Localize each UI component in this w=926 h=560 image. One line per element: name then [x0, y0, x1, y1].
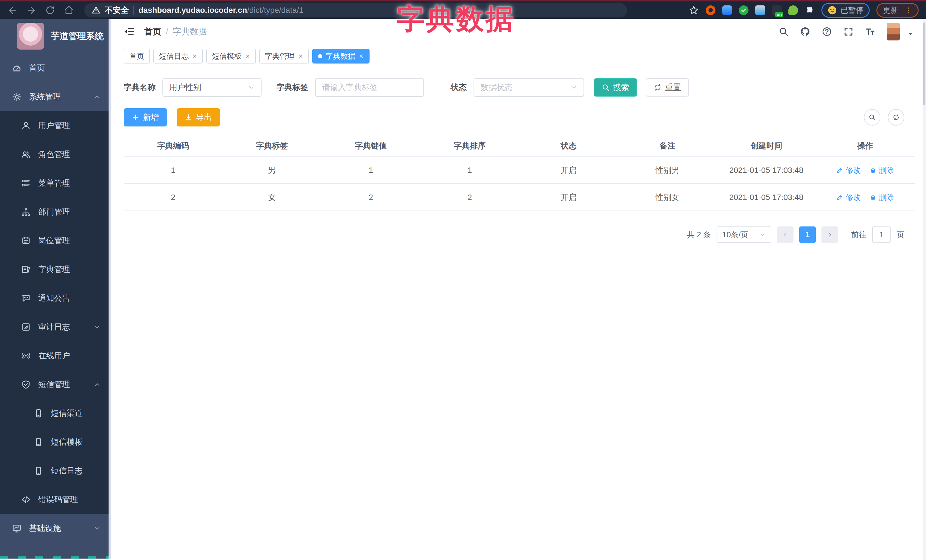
forward-icon[interactable]	[26, 5, 36, 15]
tab-label: 首页	[129, 51, 144, 61]
breadcrumb-home[interactable]: 首页	[144, 26, 161, 38]
tab-dict-data-active[interactable]: 字典数据	[312, 49, 369, 63]
sidebar-item-menus[interactable]: 菜单管理	[0, 169, 111, 198]
page-size-select[interactable]: 10条/页	[717, 226, 771, 243]
sidebar-item-label: 系统管理	[29, 91, 61, 102]
fullscreen-icon[interactable]	[843, 27, 853, 37]
sidebar-item-sms-channel[interactable]: 短信渠道	[0, 399, 111, 427]
extensions-puzzle-icon[interactable]	[805, 5, 815, 15]
reset-button[interactable]: 重置	[646, 78, 689, 97]
sidebar-item-dict[interactable]: 字典管理	[0, 255, 111, 284]
filter-form: 字典名称 用户性别 字典标签 状态 数据状态	[124, 78, 915, 97]
prev-page-button[interactable]	[777, 226, 793, 243]
sidebar-item-home[interactable]: 首页	[0, 54, 111, 82]
table-row[interactable]: 1 男 1 1 开启 性别男 2021-01-05 17:03:48 修改	[124, 157, 915, 184]
chevron-right-icon	[826, 232, 833, 238]
current-page[interactable]: 1	[799, 226, 816, 243]
sidebar-bottom-decoration	[0, 556, 109, 558]
edit-link[interactable]: 修改	[837, 192, 861, 202]
col-header: 字典编码	[124, 140, 222, 151]
edit-link[interactable]: 修改	[837, 165, 861, 175]
tab-sms-log[interactable]: 短信日志	[153, 49, 203, 63]
caret-down-icon[interactable]	[907, 31, 914, 37]
total-count: 共 2 条	[687, 229, 711, 240]
code-icon	[21, 495, 31, 504]
col-header: 字典键值	[321, 140, 420, 151]
toggle-search-button[interactable]	[864, 109, 881, 125]
refresh-table-button[interactable]	[888, 109, 904, 125]
bookmark-star-icon[interactable]	[688, 5, 699, 15]
reload-icon[interactable]	[45, 5, 55, 15]
sidebar-item-users[interactable]: 用户管理	[0, 111, 111, 140]
sidebar-item-sms-template[interactable]: 短信模板	[0, 427, 111, 456]
extension-icon-orange[interactable]	[706, 5, 716, 15]
window-scrollbar[interactable]	[923, 20, 926, 560]
back-icon[interactable]	[8, 5, 18, 15]
extension-icon-grayblue[interactable]	[755, 5, 765, 15]
dict-label-input[interactable]	[322, 83, 417, 92]
sidebar-item-sms-log[interactable]: 短信日志	[0, 456, 111, 485]
app-logo	[17, 23, 44, 50]
close-icon[interactable]	[298, 54, 303, 59]
col-header: 操作	[816, 140, 915, 151]
update-button[interactable]: 更新	[876, 3, 918, 18]
delete-link[interactable]: 删除	[870, 192, 894, 202]
user-avatar[interactable]	[887, 23, 900, 41]
browser-menu-dots-icon[interactable]	[905, 6, 912, 14]
active-dot-icon	[318, 54, 322, 58]
search-icon[interactable]	[778, 27, 789, 37]
delete-link[interactable]: 删除	[870, 165, 894, 175]
search-button[interactable]: 搜索	[594, 78, 637, 97]
cell-actions: 修改 删除	[816, 192, 915, 202]
tab-home[interactable]: 首页	[124, 49, 150, 63]
goto-page-input[interactable]	[872, 226, 891, 243]
plus-icon	[132, 113, 139, 121]
sidebar-item-label: 错误码管理	[38, 494, 78, 505]
sidebar-scrollbar[interactable]	[109, 19, 111, 558]
breadcrumb: 首页 / 字典数据	[144, 26, 207, 38]
sidebar-item-notices[interactable]: 通知公告	[0, 284, 111, 312]
sidebar-item-departments[interactable]: 部门管理	[0, 198, 111, 226]
extension-icon-green-check[interactable]	[739, 5, 749, 15]
sidebar-item-system[interactable]: 系统管理	[0, 82, 111, 111]
sidebar-item-infrastructure[interactable]: 基础设施	[0, 514, 111, 543]
extension-icon-dark[interactable]: on	[772, 5, 782, 15]
address-bar[interactable]: 不安全 dashboard.yudao.iocoder.cn/dict/type…	[84, 3, 627, 17]
tab-dict-manage[interactable]: 字典管理	[259, 49, 309, 63]
window-scrollbar-thumb[interactable]	[923, 23, 925, 105]
sidebar-item-audit-log[interactable]: 审计日志	[0, 312, 111, 341]
chevron-down-icon	[570, 84, 577, 91]
user-icon	[21, 121, 31, 130]
phone-icon	[33, 409, 43, 418]
table-row[interactable]: 2 女 2 2 开启 性别女 2021-01-05 17:03:48 修改	[124, 184, 915, 211]
close-icon[interactable]	[359, 54, 364, 59]
extension-icon-blue[interactable]	[722, 5, 732, 15]
security-label: 不安全	[105, 5, 129, 16]
download-icon	[185, 113, 193, 121]
github-icon[interactable]	[800, 27, 810, 37]
font-size-icon[interactable]	[865, 27, 875, 37]
cell-sort: 1	[420, 166, 519, 175]
sidebar-item-roles[interactable]: 角色管理	[0, 140, 111, 169]
help-icon[interactable]	[822, 27, 832, 37]
add-button[interactable]: 新增	[124, 108, 167, 127]
status-select[interactable]: 数据状态	[474, 78, 584, 97]
sidebar-item-online-users[interactable]: 在线用户	[0, 341, 111, 370]
sidebar-fold-icon[interactable]	[124, 26, 135, 37]
extension-icon-leaf[interactable]	[788, 5, 798, 15]
home-icon[interactable]	[64, 5, 74, 15]
sidebar-item-posts[interactable]: 岗位管理	[0, 226, 111, 255]
close-icon[interactable]	[192, 54, 197, 59]
export-button[interactable]: 导出	[177, 108, 220, 127]
refresh-icon	[893, 114, 900, 121]
profile-chip[interactable]: 已暂停	[822, 3, 870, 18]
next-page-button[interactable]	[822, 226, 838, 243]
sidebar-item-error-codes[interactable]: 错误码管理	[0, 485, 111, 514]
dict-name-select[interactable]: 用户性别	[162, 78, 262, 97]
col-header: 状态	[519, 140, 618, 151]
sidebar-item-sms[interactable]: 短信管理	[0, 370, 111, 399]
col-header: 字典标签	[222, 140, 321, 151]
tab-sms-template[interactable]: 短信模板	[206, 49, 256, 63]
close-icon[interactable]	[245, 54, 250, 59]
breadcrumb-current: 字典数据	[172, 26, 207, 38]
